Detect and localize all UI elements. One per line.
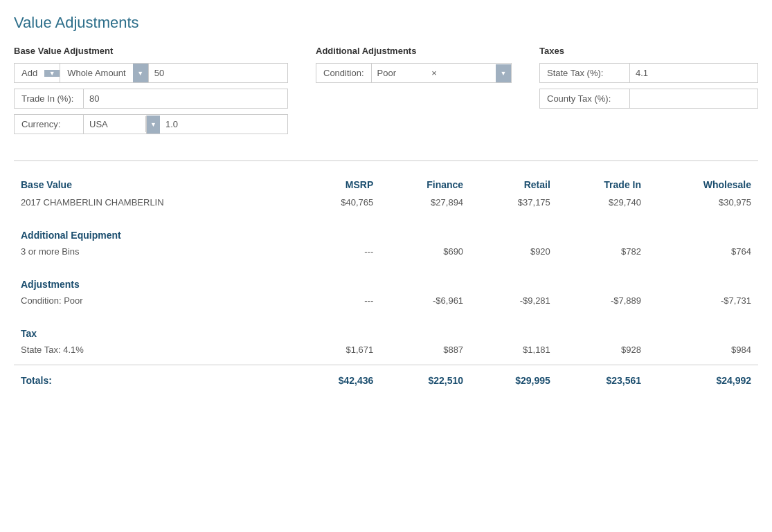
col-header-wholesale: Wholesale: [648, 175, 758, 194]
base-value-wholesale: $30,975: [648, 194, 758, 210]
currency-rate-input[interactable]: [160, 115, 287, 134]
county-tax-label: County Tax (%):: [540, 89, 630, 108]
adjustments-name: Condition: Poor: [14, 293, 294, 309]
adjustments-header-row: Adjustments: [14, 266, 758, 293]
base-value-msrp: $40,765: [294, 194, 381, 210]
currency-row: Currency: USA: [14, 114, 288, 134]
taxes-label: Taxes: [539, 46, 758, 56]
tax-wholesale: $984: [648, 342, 758, 358]
base-value-finance: $27,894: [380, 194, 470, 210]
adjustments-retail: -$9,281: [470, 293, 557, 309]
condition-value: Poor: [377, 68, 432, 78]
tax-name: State Tax: 4.1%: [14, 342, 294, 358]
trade-in-input[interactable]: [84, 89, 287, 108]
add-row: Add Whole Amount: [14, 63, 288, 83]
currency-value: USA: [89, 119, 140, 129]
adjustments-wholesale: -$7,731: [648, 293, 758, 309]
tax-header: Tax: [14, 315, 758, 342]
state-tax-row: State Tax (%):: [539, 63, 758, 83]
whole-amount-label: Whole Amount: [60, 64, 133, 82]
totals-retail: $29,995: [470, 365, 557, 389]
col-header-finance: Finance: [380, 175, 470, 194]
condition-clear-button[interactable]: ×: [431, 68, 486, 78]
condition-dropdown-arrow[interactable]: [496, 64, 511, 82]
page-title: Value Adjustments: [14, 14, 758, 32]
whole-amount-dropdown-arrow[interactable]: [133, 64, 148, 82]
value-table: Base Value MSRP Finance Retail Trade In …: [14, 175, 758, 389]
base-value-trade-in: $29,740: [557, 194, 648, 210]
trade-in-row: Trade In (%):: [14, 89, 288, 109]
trade-in-label: Trade In (%):: [15, 89, 84, 108]
totals-row: Totals: $42,436 $22,510 $29,995 $23,561 …: [14, 365, 758, 389]
additional-equipment-header: Additional Equipment: [14, 217, 758, 244]
additional-equipment-header-row: Additional Equipment: [14, 217, 758, 244]
additional-equipment-wholesale: $764: [648, 244, 758, 259]
add-select[interactable]: Add: [15, 64, 60, 82]
additional-equipment-retail: $920: [470, 244, 557, 259]
col-header-msrp: MSRP: [294, 175, 381, 194]
totals-trade-in: $23,561: [557, 365, 648, 389]
tax-header-row: Tax: [14, 315, 758, 342]
state-tax-input[interactable]: [630, 64, 757, 82]
currency-select[interactable]: USA: [84, 116, 146, 132]
whole-amount-select[interactable]: Whole Amount: [60, 64, 149, 82]
table-header-row: Base Value MSRP Finance Retail Trade In …: [14, 175, 758, 194]
spacer-row-3: [14, 309, 758, 315]
additional-adjustments-label: Additional Adjustments: [316, 46, 512, 56]
tax-retail: $1,181: [470, 342, 557, 358]
adjustments-header: Adjustments: [14, 266, 758, 293]
county-tax-row: County Tax (%):: [539, 89, 758, 109]
base-value-data-row: 2017 CHAMBERLIN CHAMBERLIN $40,765 $27,8…: [14, 194, 758, 210]
adjustments-data-row: Condition: Poor --- -$6,961 -$9,281 -$7,…: [14, 293, 758, 309]
col-header-trade-in: Trade In: [557, 175, 648, 194]
col-header-base-value: Base Value: [14, 175, 294, 194]
adjustments-finance: -$6,961: [380, 293, 470, 309]
totals-finance: $22,510: [380, 365, 470, 389]
tax-finance: $887: [380, 342, 470, 358]
spacer-row-2: [14, 259, 758, 266]
spacer-row-1: [14, 210, 758, 217]
add-dropdown-arrow[interactable]: [44, 70, 60, 77]
col-header-retail: Retail: [470, 175, 557, 194]
spacer-row-4: [14, 358, 758, 365]
tax-msrp: $1,671: [294, 342, 381, 358]
additional-equipment-trade-in: $782: [557, 244, 648, 259]
adjustments-trade-in: -$7,889: [557, 293, 648, 309]
base-value-name: 2017 CHAMBERLIN CHAMBERLIN: [14, 194, 294, 210]
currency-label: Currency:: [15, 115, 84, 134]
top-section: Base Value Adjustment Add Whole Amount T…: [14, 46, 758, 140]
additional-equipment-data-row: 3 or more Bins --- $690 $920 $782 $764: [14, 244, 758, 259]
tax-trade-in: $928: [557, 342, 648, 358]
amount-input[interactable]: [149, 64, 287, 82]
totals-wholesale: $24,992: [648, 365, 758, 389]
base-value-adjustment-label: Base Value Adjustment: [14, 46, 288, 56]
state-tax-label: State Tax (%):: [540, 64, 630, 82]
condition-value-cell: Poor ×: [372, 65, 496, 81]
totals-label: Totals:: [14, 365, 294, 389]
condition-label: Condition:: [316, 64, 372, 82]
section-divider: [14, 160, 758, 161]
add-label: Add: [15, 64, 44, 82]
base-value-retail: $37,175: [470, 194, 557, 210]
taxes-group: Taxes State Tax (%): County Tax (%):: [539, 46, 758, 140]
additional-adjustments-group: Additional Adjustments Condition: Poor ×: [316, 46, 512, 140]
tax-data-row: State Tax: 4.1% $1,671 $887 $1,181 $928 …: [14, 342, 758, 358]
county-tax-input[interactable]: [630, 89, 757, 108]
additional-equipment-msrp: ---: [294, 244, 381, 259]
additional-equipment-finance: $690: [380, 244, 470, 259]
totals-msrp: $42,436: [294, 365, 381, 389]
adjustments-msrp: ---: [294, 293, 381, 309]
condition-row: Condition: Poor ×: [316, 63, 512, 83]
currency-dropdown-arrow[interactable]: [146, 116, 160, 134]
base-value-adjustment-group: Base Value Adjustment Add Whole Amount T…: [14, 46, 288, 140]
additional-equipment-name: 3 or more Bins: [14, 244, 294, 259]
